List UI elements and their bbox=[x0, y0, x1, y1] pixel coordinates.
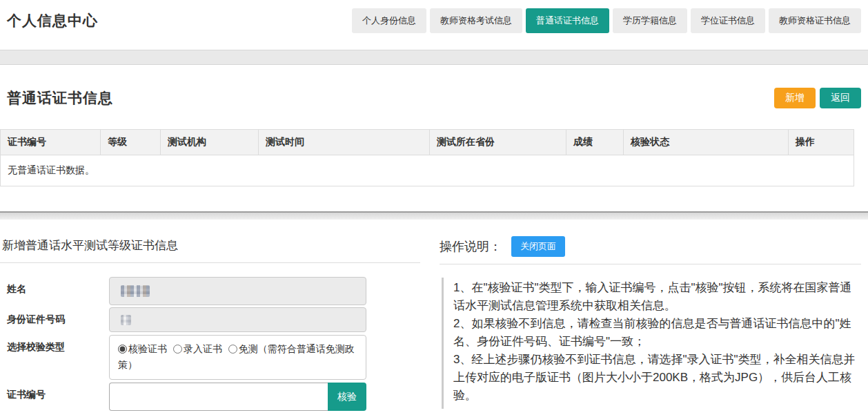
section-actions: 新增 返回 bbox=[774, 88, 861, 108]
instruction-item-3: 3、经上述步骤仍核验不到证书信息，请选择"录入证书"类型，补全相关信息并上传对应… bbox=[453, 351, 856, 405]
verify-type-row: 选择校验类型 核验证书 录入证书 免测（需符合普通话免测政策） bbox=[0, 335, 420, 380]
col-header-level: 等级 bbox=[101, 130, 161, 155]
tab-personal-identity[interactable]: 个人身份信息 bbox=[352, 8, 426, 33]
back-button[interactable]: 返回 bbox=[820, 88, 861, 108]
tab-education-record[interactable]: 学历学籍信息 bbox=[613, 8, 687, 33]
close-page-button[interactable]: 关闭页面 bbox=[511, 236, 565, 257]
top-bar: 个人信息中心 个人身份信息 教师资格考试信息 普通话证书信息 学历学籍信息 学位… bbox=[0, 0, 868, 50]
instructions-panel: 操作说明： 关闭页面 1、在"核验证书"类型下，输入证书编号，点击"核验"按钮，… bbox=[440, 220, 861, 411]
page-title: 个人信息中心 bbox=[7, 11, 98, 50]
col-header-score: 成绩 bbox=[566, 130, 624, 155]
tab-bar: 个人身份信息 教师资格考试信息 普通话证书信息 学历学籍信息 学位证书信息 教师… bbox=[352, 8, 861, 50]
cert-no-input[interactable] bbox=[109, 383, 328, 411]
radio-enter-certificate-input[interactable] bbox=[173, 345, 182, 354]
lower-panel: 新增普通话水平测试等级证书信息 姓名 身份证件号码 bbox=[0, 220, 868, 411]
verify-type-label: 选择校验类型 bbox=[0, 335, 109, 354]
verify-type-options: 核验证书 录入证书 免测（需符合普通话免测政策） bbox=[109, 335, 366, 380]
section-divider-bar bbox=[0, 211, 868, 220]
masked-id-value bbox=[121, 315, 131, 325]
col-header-test-province: 测试所在省份 bbox=[430, 130, 566, 155]
add-button[interactable]: 新增 bbox=[774, 88, 816, 108]
radio-verify-certificate[interactable]: 核验证书 bbox=[118, 343, 167, 354]
col-header-test-org: 测试机构 bbox=[161, 130, 259, 155]
table-empty-row: 无普通话证书数据。 bbox=[1, 155, 854, 186]
new-certificate-form: 新增普通话水平测试等级证书信息 姓名 身份证件号码 bbox=[0, 220, 420, 411]
col-header-actions: 操作 bbox=[789, 130, 854, 155]
masked-name-value bbox=[121, 285, 150, 297]
section-header: 普通话证书信息 新增 返回 bbox=[0, 65, 868, 110]
name-label: 姓名 bbox=[0, 277, 109, 296]
instructions-header: 操作说明： 关闭页面 bbox=[440, 236, 861, 264]
instructions-title: 操作说明： bbox=[440, 238, 502, 255]
col-header-verify-status: 核验状态 bbox=[624, 130, 789, 155]
radio-verify-certificate-input[interactable] bbox=[118, 345, 127, 354]
page-root: 个人信息中心 个人身份信息 教师资格考试信息 普通话证书信息 学历学籍信息 学位… bbox=[0, 0, 868, 411]
cert-no-row: 证书编号 核验 bbox=[0, 383, 420, 411]
instruction-item-1: 1、在"核验证书"类型下，输入证书编号，点击"核验"按钮，系统将在国家普通话水平… bbox=[453, 279, 856, 315]
section-title: 普通话证书信息 bbox=[7, 88, 113, 108]
tab-teacher-exam-info[interactable]: 教师资格考试信息 bbox=[430, 8, 522, 33]
id-number-label: 身份证件号码 bbox=[0, 307, 109, 326]
tab-degree-certificate[interactable]: 学位证书信息 bbox=[691, 8, 765, 33]
empty-message: 无普通话证书数据。 bbox=[1, 155, 854, 186]
certificate-table: 证书编号 等级 测试机构 测试时间 测试所在省份 成绩 核验状态 操作 无普通话… bbox=[0, 129, 854, 186]
col-header-cert-no: 证书编号 bbox=[1, 130, 101, 155]
id-number-input bbox=[109, 307, 366, 332]
form-title: 新增普通话水平测试等级证书信息 bbox=[2, 238, 420, 253]
form-title-rule bbox=[0, 262, 420, 263]
id-number-row: 身份证件号码 bbox=[0, 307, 420, 332]
radio-test-exempt-input[interactable] bbox=[228, 345, 237, 354]
verify-button[interactable]: 核验 bbox=[328, 383, 366, 411]
tab-putonghua-certificate[interactable]: 普通话证书信息 bbox=[526, 8, 609, 33]
radio-enter-certificate[interactable]: 录入证书 bbox=[173, 343, 222, 354]
name-input bbox=[109, 277, 366, 305]
name-row: 姓名 bbox=[0, 277, 420, 305]
col-header-test-time: 测试时间 bbox=[259, 130, 430, 155]
cert-no-label: 证书编号 bbox=[0, 383, 109, 401]
header-divider-bar bbox=[0, 50, 868, 65]
instructions-text: 1、在"核验证书"类型下，输入证书编号，点击"核验"按钮，系统将在国家普通话水平… bbox=[442, 278, 856, 409]
table-header-row: 证书编号 等级 测试机构 测试时间 测试所在省份 成绩 核验状态 操作 bbox=[1, 130, 854, 155]
instruction-item-2: 2、如果核验不到信息，请检查当前核验的信息是否与普通话证书信息中的"姓名、身份证… bbox=[453, 315, 856, 351]
tab-teacher-certificate[interactable]: 教师资格证书信息 bbox=[769, 8, 861, 33]
